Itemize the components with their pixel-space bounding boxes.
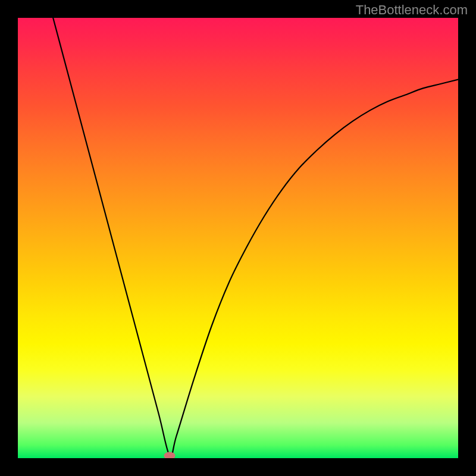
plot-area	[18, 18, 458, 458]
curve-svg	[18, 18, 458, 458]
watermark-text: TheBottleneck.com	[356, 2, 468, 18]
chart-container: TheBottleneck.com	[0, 0, 476, 476]
min-marker	[164, 452, 176, 458]
bottleneck-curve-path	[53, 18, 458, 457]
